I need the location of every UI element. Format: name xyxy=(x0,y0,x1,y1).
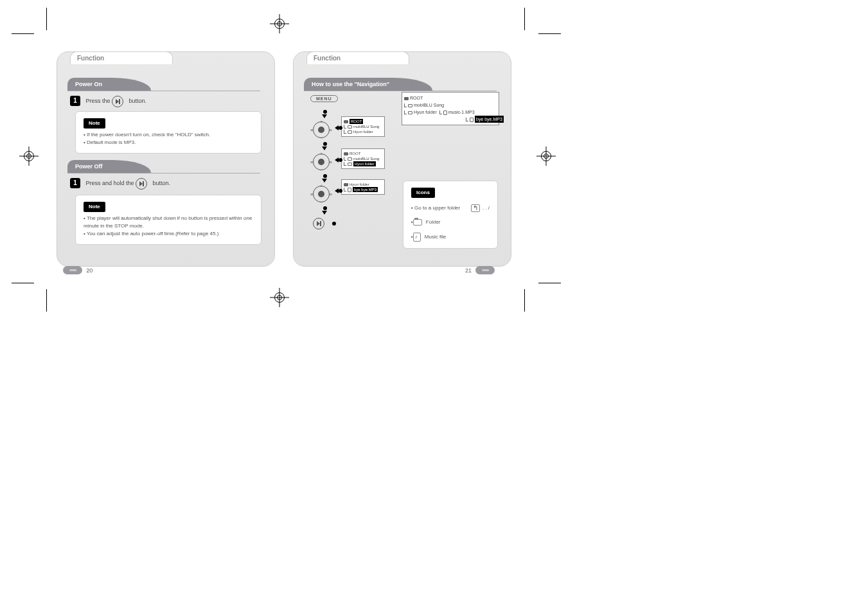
arrow-down-icon xyxy=(322,211,327,215)
register-mark xyxy=(270,14,289,33)
note-item: You can adjust the auto power-off time.(… xyxy=(84,231,218,236)
page-number: 21 xyxy=(465,267,472,274)
note-label: Note xyxy=(84,118,105,129)
register-mark xyxy=(536,147,556,166)
crop-mark xyxy=(12,33,34,34)
step-text: button. xyxy=(129,98,147,104)
note-box: Note The player will automatically shut … xyxy=(75,195,261,245)
folder-tree: ROOT mobiBLU Song Hyun folder music-1.MP… xyxy=(402,92,499,125)
nav-pad-icon: +−«» xyxy=(312,152,331,172)
legend-row: Folder xyxy=(426,218,441,226)
step-number: 1 xyxy=(70,96,80,106)
step-row: 1 Press and hold the button. xyxy=(70,178,170,190)
divider xyxy=(304,91,497,91)
tree-item: bye bye.MP3 xyxy=(475,116,504,123)
page-pill-icon xyxy=(63,266,82,274)
nav-screen-2: ROOT mobiBLU Song Hyun folder xyxy=(341,148,385,169)
tree-item: Hyun folder xyxy=(350,182,369,186)
step-text: Press and hold the xyxy=(86,180,136,186)
tree-item: bye bye.MP3 xyxy=(353,187,378,192)
folder-icon xyxy=(413,219,422,226)
arrow-left-icon xyxy=(333,187,342,194)
music-file-icon xyxy=(413,233,421,242)
tree-item: ROOT xyxy=(410,96,423,100)
legend-title: Icons xyxy=(411,188,435,198)
tree-item: ROOT xyxy=(350,119,363,124)
section-power-off: Power Off xyxy=(67,160,151,173)
page-card-right: Function How to use the "Navigation" MEN… xyxy=(293,51,511,267)
play-pause-icon xyxy=(313,218,324,229)
nav-step-menu: MENU xyxy=(310,94,338,102)
note-item: The player will automatically shut down … xyxy=(84,215,252,229)
arrow-down-icon xyxy=(322,179,327,182)
tab-function: Function xyxy=(306,51,409,64)
page-pill-icon xyxy=(475,266,495,274)
arrow-down-icon xyxy=(322,114,327,118)
step-row: 1 Press the button. xyxy=(70,96,146,107)
arrow-left-icon xyxy=(333,156,342,163)
nav-step-play xyxy=(313,218,336,229)
register-mark xyxy=(270,288,289,307)
nav-screen-3: Hyun folder bye bye.MP3 xyxy=(341,179,385,195)
crop-mark xyxy=(538,33,561,34)
page-number: 20 xyxy=(86,267,93,274)
note-box: Note If the power doesn't turn on, check… xyxy=(75,111,261,154)
tree-item: ROOT xyxy=(350,152,360,155)
flow-dot-icon xyxy=(323,206,327,210)
tree-item: mobiBLU Song xyxy=(353,125,379,129)
note-item: Default mode is MP3. xyxy=(84,139,136,145)
section-power-on: Power On xyxy=(67,78,151,91)
tree-item: mobiBLU Song xyxy=(414,103,444,107)
tree-item: Hyun folder xyxy=(353,161,376,166)
menu-button-icon: MENU xyxy=(310,95,338,102)
nav-pad-icon: +−«» xyxy=(312,120,331,139)
page-number-right: 21 xyxy=(463,266,495,274)
crop-mark xyxy=(46,289,47,312)
page-number-left: 20 xyxy=(63,266,95,274)
play-pause-icon xyxy=(112,96,123,107)
up-glyph: . . / xyxy=(483,204,490,212)
flow-dot-icon xyxy=(323,110,327,114)
page-card-left: Function Power On 1 Press the button. No… xyxy=(57,51,275,267)
play-pause-icon xyxy=(136,178,147,190)
dot-icon xyxy=(332,222,336,226)
up-folder-icon xyxy=(471,204,480,212)
tree-item: mobiBLU Song xyxy=(353,157,379,161)
crop-mark xyxy=(524,289,525,312)
crop-mark xyxy=(524,8,525,30)
flow-dot-icon xyxy=(323,142,327,146)
nav-pad-icon: +−«» xyxy=(312,184,331,204)
icons-legend: Icons ▪ Go to a upper folder . . / ▪ Fol… xyxy=(403,181,498,249)
register-mark xyxy=(19,147,39,166)
flow-dot-icon xyxy=(323,174,327,178)
divider xyxy=(67,173,260,173)
step-text: Press the xyxy=(86,98,112,104)
arrow-down-icon xyxy=(322,147,327,150)
arrow-left-icon xyxy=(333,124,342,131)
crop-mark xyxy=(12,283,34,283)
section-navigation: How to use the "Navigation" xyxy=(304,78,432,91)
legend-row: ▪ Go to a upper folder xyxy=(411,204,460,212)
tree-item: Hyun folder xyxy=(353,130,373,134)
step-text: button. xyxy=(153,180,171,186)
crop-mark xyxy=(46,8,47,30)
note-item: If the power doesn't turn on, check the … xyxy=(84,132,210,138)
crop-mark xyxy=(538,283,561,283)
divider xyxy=(67,91,260,91)
tree-item: Hyun folder xyxy=(414,110,437,114)
note-label: Note xyxy=(84,202,105,212)
step-number: 1 xyxy=(70,178,80,188)
nav-screen-1: ROOT mobiBLU Song Hyun folder xyxy=(341,116,385,137)
tree-item: music-1.MP3 xyxy=(448,110,475,114)
legend-row: Music file xyxy=(425,233,446,241)
tab-function: Function xyxy=(70,51,173,64)
